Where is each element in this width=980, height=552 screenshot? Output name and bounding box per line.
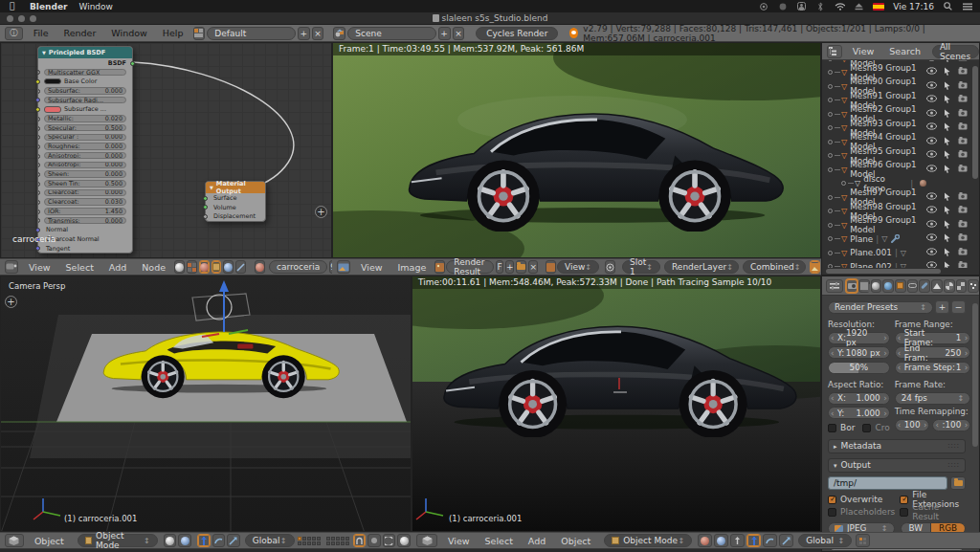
- input-socket[interactable]: [35, 246, 40, 251]
- selectability-cursor-icon[interactable]: [944, 165, 951, 175]
- outliner-row[interactable]: ▽ Plane.002 | ▽: [822, 260, 971, 269]
- expand-toggle[interactable]: [828, 60, 833, 61]
- input-socket[interactable]: [38, 126, 40, 131]
- node-widget[interactable]: Specular:0.500: [44, 124, 126, 132]
- open-image-button[interactable]: [516, 260, 526, 274]
- outliner-row[interactable]: ▽ Plane | ▽: [822, 232, 971, 247]
- menubar-clock[interactable]: Vie 17:16: [893, 2, 934, 11]
- node-menu-item[interactable]: Select: [58, 262, 101, 273]
- proportional-edit-icon[interactable]: [383, 534, 396, 547]
- editor-type-3dview-icon[interactable]: [5, 534, 24, 547]
- node-widget[interactable]: Specular :0.000: [44, 134, 126, 142]
- layers-widget[interactable]: [298, 537, 321, 545]
- renderability-camera-icon[interactable]: [958, 261, 968, 268]
- screen-layout-icon[interactable]: [193, 27, 206, 40]
- outliner-menu-item[interactable]: View: [845, 46, 882, 56]
- renderability-camera-icon[interactable]: [958, 122, 968, 133]
- expand-toggle[interactable]: [828, 209, 833, 213]
- delete-layout-button[interactable]: ×: [312, 27, 324, 40]
- compositing-tree-icon[interactable]: [187, 260, 197, 274]
- orientation-select[interactable]: Global↕: [798, 534, 852, 547]
- selectability-cursor-icon[interactable]: [944, 220, 951, 231]
- expand-toggle[interactable]: [828, 125, 833, 130]
- node-widget[interactable]: Sheen:0.000: [44, 170, 126, 178]
- world-shader-icon[interactable]: [223, 260, 234, 274]
- node-row[interactable]: Clearcoat:0.000: [38, 188, 132, 198]
- spotlight-search-icon[interactable]: [943, 2, 953, 11]
- mode-select[interactable]: Object Mode↕: [604, 534, 692, 547]
- node-row[interactable]: Surface: [206, 193, 265, 203]
- editor-type-3dview-icon[interactable]: [416, 534, 437, 547]
- visibility-eye-icon[interactable]: [926, 122, 937, 133]
- editor-type-image-icon[interactable]: [337, 260, 350, 274]
- node-row[interactable]: IOR:1.450: [38, 207, 132, 216]
- layers-widget-secondary[interactable]: [326, 537, 349, 545]
- metadata-panel-header[interactable]: Metadata∷∷: [828, 439, 966, 453]
- input-socket[interactable]: [35, 98, 40, 102]
- fps-select[interactable]: 24 fps↕: [895, 392, 971, 405]
- principled-bsdf-node[interactable]: ▼Principled BSDF BSDF Multiscatte: [37, 46, 133, 254]
- node-row[interactable]: Specular :0.000: [38, 133, 132, 143]
- input-socket[interactable]: [203, 214, 208, 219]
- pivot-point-icon[interactable]: [714, 534, 728, 547]
- expand-toggle[interactable]: [828, 140, 833, 144]
- expand-toggle[interactable]: [828, 236, 833, 241]
- node-row[interactable]: Anisotropi:0.000: [38, 161, 132, 170]
- manipulator-translate-icon[interactable]: [746, 534, 761, 547]
- screen-layout-field[interactable]: Default: [207, 27, 295, 40]
- node-row[interactable]: Tangent: [38, 244, 132, 254]
- input-socket[interactable]: [38, 135, 40, 140]
- shader-tree-icon[interactable]: [174, 260, 185, 274]
- spanish-flag-input-icon[interactable]: [873, 3, 884, 11]
- visibility-eye-icon[interactable]: [926, 261, 937, 268]
- node-row[interactable]: Volume: [206, 203, 265, 212]
- viewport-menu-item[interactable]: Object: [27, 536, 72, 546]
- scene-field[interactable]: Scene: [347, 27, 435, 40]
- placeholders-checkbox[interactable]: Placeholders: [828, 506, 895, 519]
- viewport-shading-icon[interactable]: [164, 534, 177, 547]
- tab-render-layers[interactable]: [858, 279, 870, 293]
- info-menu-item[interactable]: Window: [103, 28, 154, 38]
- material-name-field[interactable]: carroceria: [269, 260, 327, 274]
- manipulator-translate-icon[interactable]: [197, 534, 211, 547]
- image-name-field[interactable]: Render Result: [446, 260, 494, 274]
- manipulator-move-icon[interactable]: [730, 534, 745, 547]
- material-output-node[interactable]: ▼Material Output Surface Volume: [205, 181, 266, 222]
- info-menu-item[interactable]: File: [26, 28, 56, 38]
- output-socket[interactable]: [130, 61, 135, 66]
- slot-select[interactable]: Slot 1↕: [622, 260, 660, 274]
- selectability-cursor-icon[interactable]: [944, 192, 951, 203]
- properties-scrollbar[interactable]: [972, 303, 978, 447]
- node-row[interactable]: Sheen:0.000: [38, 169, 132, 179]
- frame-step-field[interactable]: Frame Step:1: [895, 362, 971, 374]
- outliner-row[interactable]: ▽ Mesh99 Group1 Model | ▽: [822, 218, 971, 232]
- renderability-camera-icon[interactable]: [958, 150, 968, 161]
- node-widget[interactable]: Anisotropi:0.000: [44, 152, 126, 160]
- selectability-cursor-icon[interactable]: [944, 109, 951, 120]
- node-menu-item[interactable]: Add: [101, 262, 134, 273]
- apple-menu-icon[interactable]: : [10, 2, 18, 11]
- viewport-menu-item[interactable]: View: [440, 536, 478, 546]
- selectability-cursor-icon[interactable]: [944, 60, 951, 64]
- color-swatch[interactable]: [44, 78, 61, 85]
- tab-scene[interactable]: [871, 279, 882, 293]
- border-checkbox[interactable]: Bor: [828, 422, 855, 434]
- tab-object-data[interactable]: [931, 279, 943, 293]
- view-dropdown[interactable]: View↕: [557, 260, 599, 274]
- render-layer-select[interactable]: RenderLayer↕: [664, 260, 739, 274]
- editor-type-info-icon[interactable]: ⓘ: [5, 27, 23, 40]
- output-path-field[interactable]: /tmp/: [828, 476, 947, 490]
- visibility-eye-icon[interactable]: [926, 60, 937, 64]
- renderability-camera-icon[interactable]: [958, 192, 968, 203]
- visibility-eye-icon[interactable]: [926, 220, 937, 231]
- node-menu-item[interactable]: View: [21, 262, 58, 273]
- input-socket[interactable]: [35, 228, 40, 232]
- visibility-eye-icon[interactable]: [926, 248, 937, 258]
- editor-type-outliner-icon[interactable]: [827, 45, 842, 58]
- selectability-cursor-icon[interactable]: [944, 261, 951, 268]
- node-row[interactable]: Subsurface Radi...: [38, 96, 132, 105]
- selectability-cursor-icon[interactable]: [944, 206, 951, 216]
- renderability-camera-icon[interactable]: [958, 165, 968, 175]
- editor-type-node-icon[interactable]: [5, 260, 18, 274]
- selectability-cursor-icon[interactable]: [944, 233, 951, 244]
